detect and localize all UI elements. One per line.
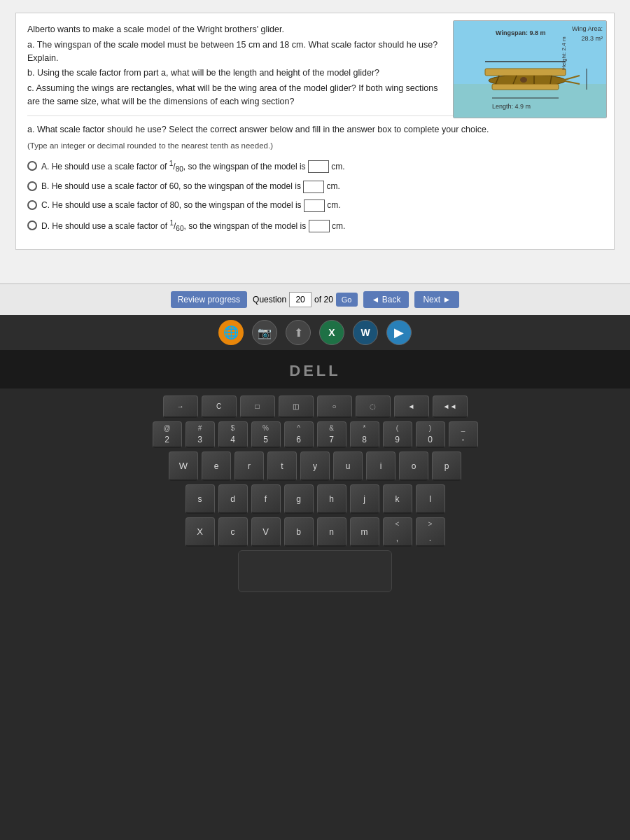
key-v[interactable]: V <box>251 517 281 547</box>
key-split[interactable]: ◫ <box>279 396 314 418</box>
dell-logo-area: DELL <box>0 357 630 385</box>
key-back-arrow[interactable]: ◄ <box>394 396 429 418</box>
svg-point-11 <box>520 77 527 83</box>
answer-box-a[interactable] <box>308 160 329 173</box>
radio-c[interactable] <box>27 200 37 210</box>
answer-box-d[interactable] <box>309 220 330 232</box>
key-f[interactable]: f <box>251 484 281 514</box>
key-caret-6[interactable]: ^6 <box>284 421 314 448</box>
touchpad[interactable] <box>238 550 392 592</box>
key-less-than[interactable]: <, <box>383 517 412 547</box>
taskbar-icon-excel[interactable]: X <box>319 320 344 345</box>
back-button[interactable]: ◄ Back <box>363 291 410 308</box>
key-square[interactable]: □ <box>240 396 275 418</box>
key-c[interactable]: c <box>218 517 248 547</box>
key-l[interactable]: l <box>416 484 445 514</box>
key-p[interactable]: p <box>432 451 461 481</box>
key-volume-down[interactable]: ◄◄ <box>433 396 468 418</box>
key-lparen-9[interactable]: (9 <box>383 421 412 448</box>
special-key-row: → C □ ◫ ○ ◌ ◄ ◄◄ <box>14 396 616 418</box>
option-b[interactable]: B. He should use a scale factor of 60, s… <box>27 180 603 193</box>
key-t[interactable]: t <box>267 451 297 481</box>
taskbar-icon-chrome[interactable]: 🌐 <box>218 320 244 345</box>
key-at-2[interactable]: @2 <box>153 421 182 448</box>
option-c[interactable]: C. He should use a scale factor of 80, s… <box>27 199 603 212</box>
wing-area-label: Wing Area: 28.3 m² <box>572 24 603 43</box>
key-dollar-4[interactable]: $4 <box>218 421 248 448</box>
keyboard-area: → C □ ◫ ○ ◌ ◄ ◄◄ @2 #3 $4 %5 ^6 &7 *8 (9… <box>0 388 630 840</box>
key-dash[interactable]: _- <box>449 421 478 448</box>
question-container: Wingspan: 9.8 m Height: 2.4 m Length: 4.… <box>15 13 615 250</box>
key-s[interactable]: s <box>186 484 215 514</box>
answer-box-b[interactable] <box>303 181 324 193</box>
radio-b[interactable] <box>27 181 37 191</box>
key-arrow-right[interactable]: → <box>163 396 198 418</box>
key-greater-than[interactable]: >. <box>416 517 445 547</box>
key-w[interactable]: W <box>169 451 198 481</box>
key-circle[interactable]: ○ <box>317 396 352 418</box>
option-a[interactable]: A. He should use a scale factor of 1/80,… <box>27 158 603 174</box>
key-o[interactable]: o <box>399 451 428 481</box>
key-percent-5[interactable]: %5 <box>251 421 281 448</box>
screen-area: Wingspan: 9.8 m Height: 2.4 m Length: 4.… <box>0 0 630 315</box>
taskbar-icon-camera[interactable]: 📷 <box>252 320 277 345</box>
home-row: s d f g h j k l <box>14 484 616 514</box>
dell-logo: DELL <box>289 362 340 380</box>
taskbar-icon-word[interactable]: W <box>353 320 378 345</box>
key-x[interactable]: X <box>186 517 215 547</box>
key-m[interactable]: m <box>350 517 379 547</box>
part-a-section: a. What scale factor should he use? Sele… <box>27 115 603 234</box>
key-e[interactable]: e <box>202 451 231 481</box>
bottom-toolbar: Review progress Question of 20 Go ◄ Back… <box>0 284 630 315</box>
svg-rect-4 <box>492 84 559 90</box>
key-i[interactable]: i <box>366 451 396 481</box>
key-u[interactable]: u <box>333 451 363 481</box>
review-progress-button[interactable]: Review progress <box>171 291 247 308</box>
key-hash-3[interactable]: #3 <box>186 421 215 448</box>
qwerty-row: W e r t y u i o p <box>14 451 616 481</box>
radio-d[interactable] <box>27 220 37 230</box>
key-h[interactable]: h <box>317 484 346 514</box>
key-j[interactable]: j <box>350 484 379 514</box>
key-b[interactable]: b <box>284 517 314 547</box>
svg-text:Length: 4.9 m: Length: 4.9 m <box>492 103 531 110</box>
key-c-special[interactable]: C <box>202 396 237 418</box>
answer-box-c[interactable] <box>304 200 325 212</box>
key-r[interactable]: r <box>234 451 264 481</box>
key-settings[interactable]: ◌ <box>356 396 391 418</box>
svg-rect-3 <box>485 69 566 76</box>
go-button[interactable]: Go <box>336 293 358 307</box>
question-nav: Question of 20 Go <box>253 292 357 307</box>
key-k[interactable]: k <box>383 484 412 514</box>
radio-a[interactable] <box>27 161 37 171</box>
bottom-row: X c V b n m <, >. <box>14 517 616 547</box>
key-rparen-0[interactable]: )0 <box>416 421 445 448</box>
option-d[interactable]: D. He should use a scale factor of 1/60,… <box>27 218 603 234</box>
key-y[interactable]: y <box>300 451 330 481</box>
taskbar-icon-play[interactable]: ▶ <box>386 320 412 345</box>
keyboard: → C □ ◫ ○ ◌ ◄ ◄◄ @2 #3 $4 %5 ^6 &7 *8 (9… <box>14 396 616 592</box>
touchpad-area <box>14 550 616 592</box>
glider-image: Wingspan: 9.8 m Height: 2.4 m Length: 4.… <box>453 20 607 118</box>
key-d[interactable]: d <box>218 484 248 514</box>
key-amp-7[interactable]: &7 <box>317 421 346 448</box>
taskbar: 🌐 📷 ⬆ X W ▶ <box>0 315 630 350</box>
svg-text:Height: 2.4 m: Height: 2.4 m <box>561 36 567 70</box>
question-number-input[interactable] <box>289 292 312 307</box>
svg-text:Wingspan: 9.8 m: Wingspan: 9.8 m <box>496 29 545 36</box>
next-button[interactable]: Next ► <box>414 291 459 308</box>
key-star-8[interactable]: *8 <box>350 421 379 448</box>
taskbar-icon-upload[interactable]: ⬆ <box>286 320 311 345</box>
key-g[interactable]: g <box>284 484 314 514</box>
number-row: @2 #3 $4 %5 ^6 &7 *8 (9 )0 _- <box>14 421 616 448</box>
key-n[interactable]: n <box>317 517 346 547</box>
